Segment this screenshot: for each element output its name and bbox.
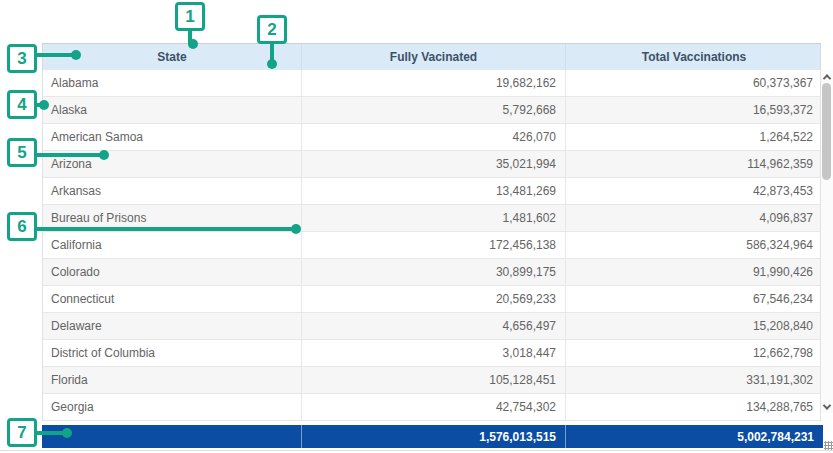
cell-state[interactable]: California [43, 232, 302, 258]
scroll-up-button[interactable] [821, 70, 833, 83]
table-body: Alabama19,682,16260,373,367Alaska5,792,6… [42, 70, 821, 421]
cell-state[interactable]: Alabama [43, 70, 302, 96]
table-row[interactable]: Florida105,128,451331,191,302 [43, 367, 820, 394]
cell-state[interactable]: American Samoa [43, 124, 302, 150]
cell-total-vaccinations[interactable]: 331,191,302 [566, 367, 822, 393]
callout-7-badge: 7 [7, 418, 37, 447]
table-row[interactable]: Colorado30,899,17591,990,426 [43, 259, 820, 286]
cell-state[interactable]: Delaware [43, 313, 302, 339]
scrollbar-thumb[interactable] [822, 83, 831, 180]
window-bottom-edge [0, 450, 833, 451]
callout-7-number: 7 [17, 423, 26, 443]
callout-4-anchor-dot [39, 100, 49, 110]
totals-state-cell [42, 425, 301, 448]
callout-2-number: 2 [267, 20, 276, 40]
cell-fully-vacinated[interactable]: 5,792,668 [302, 97, 566, 123]
callout-3-number: 3 [17, 49, 26, 69]
table-row[interactable]: Arizona35,021,994114,962,359 [43, 151, 820, 178]
callout-5-number: 5 [17, 143, 26, 163]
table-row[interactable]: Connecticut20,569,23367,546,234 [43, 286, 820, 313]
callout-6-badge: 6 [7, 212, 37, 241]
cell-fully-vacinated[interactable]: 172,456,138 [302, 232, 566, 258]
cell-fully-vacinated[interactable]: 13,481,269 [302, 178, 566, 204]
callout-2-connector [270, 43, 274, 60]
table-row[interactable]: Alabama19,682,16260,373,367 [43, 70, 820, 97]
cell-total-vaccinations[interactable]: 12,662,798 [566, 340, 822, 366]
callout-1-badge: 1 [175, 2, 205, 31]
cell-state[interactable]: Florida [43, 367, 302, 393]
app-canvas: State Fully Vacinated Total Vaccinations… [0, 0, 833, 453]
cell-fully-vacinated[interactable]: 19,682,162 [302, 70, 566, 96]
callout-2-badge: 2 [257, 15, 287, 44]
vertical-scrollbar[interactable] [821, 70, 833, 413]
chevron-up-icon [823, 74, 831, 82]
callout-7-anchor-dot [62, 428, 72, 438]
table-row[interactable]: District of Columbia3,018,44712,662,798 [43, 340, 820, 367]
cell-total-vaccinations[interactable]: 67,546,234 [566, 286, 822, 312]
table-row[interactable]: Georgia42,754,302134,288,765 [43, 394, 820, 421]
table-row[interactable]: California172,456,138586,324,964 [43, 232, 820, 259]
callout-2-anchor-dot [267, 59, 277, 69]
callout-3-anchor-dot [71, 50, 81, 60]
resize-grip-icon[interactable] [824, 441, 833, 450]
totals-total-vaccinations-cell: 5,002,784,231 [565, 425, 823, 448]
callout-5-connector [35, 153, 101, 157]
totals-fully-vacinated-cell: 1,576,013,515 [301, 425, 565, 448]
cell-total-vaccinations[interactable]: 42,873,453 [566, 178, 822, 204]
cell-fully-vacinated[interactable]: 35,021,994 [302, 151, 566, 177]
cell-total-vaccinations[interactable]: 4,096,837 [566, 205, 822, 231]
cell-state[interactable]: Alaska [43, 97, 302, 123]
cell-fully-vacinated[interactable]: 30,899,175 [302, 259, 566, 285]
callout-4-number: 4 [17, 95, 26, 115]
cell-fully-vacinated[interactable]: 3,018,447 [302, 340, 566, 366]
table-row[interactable]: Arkansas13,481,26942,873,453 [43, 178, 820, 205]
cell-state[interactable]: Georgia [43, 394, 302, 420]
cell-fully-vacinated[interactable]: 4,656,497 [302, 313, 566, 339]
callout-6-number: 6 [17, 217, 26, 237]
cell-state[interactable]: Colorado [43, 259, 302, 285]
cell-total-vaccinations[interactable]: 134,288,765 [566, 394, 822, 420]
callout-6-anchor-dot [291, 224, 301, 234]
cell-total-vaccinations[interactable]: 91,990,426 [566, 259, 822, 285]
callout-3-connector [35, 53, 73, 57]
cell-total-vaccinations[interactable]: 586,324,964 [566, 232, 822, 258]
callout-5-anchor-dot [99, 150, 109, 160]
column-header-state[interactable]: State [43, 44, 302, 70]
vaccination-table: State Fully Vacinated Total Vaccinations… [42, 43, 821, 421]
cell-state[interactable]: Arkansas [43, 178, 302, 204]
column-header-fully-vacinated[interactable]: Fully Vacinated [302, 44, 566, 70]
chevron-down-icon [823, 401, 831, 409]
callout-3-badge: 3 [7, 44, 37, 73]
table-row[interactable]: Alaska5,792,66816,593,372 [43, 97, 820, 124]
cell-total-vaccinations[interactable]: 15,208,840 [566, 313, 822, 339]
table-totals-row: 1,576,013,515 5,002,784,231 [42, 425, 823, 448]
cell-total-vaccinations[interactable]: 16,593,372 [566, 97, 822, 123]
cell-total-vaccinations[interactable]: 1,264,522 [566, 124, 822, 150]
cell-fully-vacinated[interactable]: 105,128,451 [302, 367, 566, 393]
callout-7-connector [35, 431, 64, 435]
callout-5-badge: 5 [7, 138, 37, 167]
callout-6-connector [35, 227, 293, 231]
table-header-row: State Fully Vacinated Total Vaccinations [42, 43, 821, 70]
cell-fully-vacinated[interactable]: 20,569,233 [302, 286, 566, 312]
cell-state[interactable]: District of Columbia [43, 340, 302, 366]
cell-fully-vacinated[interactable]: 42,754,302 [302, 394, 566, 420]
callout-4-badge: 4 [7, 90, 37, 119]
cell-fully-vacinated[interactable]: 426,070 [302, 124, 566, 150]
callout-1-anchor-dot [188, 39, 198, 49]
scroll-down-button[interactable] [821, 400, 833, 413]
cell-total-vaccinations[interactable]: 60,373,367 [566, 70, 822, 96]
table-row[interactable]: Delaware4,656,49715,208,840 [43, 313, 820, 340]
cell-total-vaccinations[interactable]: 114,962,359 [566, 151, 822, 177]
callout-1-number: 1 [185, 7, 194, 27]
cell-fully-vacinated[interactable]: 1,481,602 [302, 205, 566, 231]
cell-state[interactable]: Connecticut [43, 286, 302, 312]
table-row[interactable]: American Samoa426,0701,264,522 [43, 124, 820, 151]
column-header-total-vaccinations[interactable]: Total Vaccinations [566, 44, 822, 70]
